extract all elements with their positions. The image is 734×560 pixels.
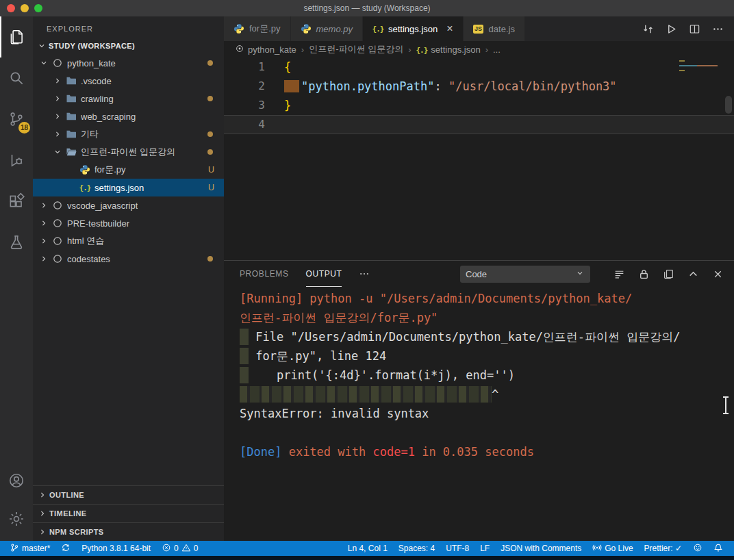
output-line: File "/Users/admin/Documents/python_kate…	[240, 327, 734, 346]
status-right: Ln 4, Col 1Spaces: 4UTF-8LFJSON with Com…	[342, 541, 734, 556]
split-editor-icon[interactable]	[689, 23, 700, 35]
tree-item[interactable]: for문.pyU	[33, 161, 224, 179]
folder-icon	[66, 129, 77, 140]
output-line: for문.py", line 124	[240, 346, 734, 366]
output-artifact-block	[240, 348, 249, 364]
activity-item-account[interactable]	[0, 461, 33, 500]
chevron-right-icon	[38, 218, 49, 229]
status-go-live[interactable]: Go Live	[587, 541, 638, 556]
output-artifact-block	[240, 367, 249, 383]
status-cursor-position[interactable]: Ln 4, Col 1	[342, 541, 393, 556]
tree-item[interactable]: python_kate	[33, 54, 224, 72]
output-channel-select[interactable]: Code	[460, 266, 590, 283]
open-changes-icon[interactable]	[642, 23, 654, 35]
status-feedback[interactable]	[687, 541, 708, 556]
close-window-button[interactable]	[7, 4, 15, 12]
activity-item-testing[interactable]	[0, 222, 33, 263]
activity-item-source-control[interactable]: 18	[0, 99, 33, 140]
output-line: 인프런-파이썬 입문강의/for문.py"	[240, 308, 734, 327]
editor-tab[interactable]: memo.py	[291, 16, 363, 41]
output-line: ^	[240, 385, 734, 404]
status-encoding[interactable]: UTF-8	[440, 541, 474, 556]
status-eol[interactable]: LF	[474, 541, 495, 556]
status-git-branch[interactable]: master*	[4, 541, 55, 556]
tree-item[interactable]: web_scraping	[33, 107, 224, 125]
code-line[interactable]: 2"python.pythonPath": "/usr/local/bin/py…	[224, 77, 734, 96]
activity-item-explorer[interactable]	[0, 16, 33, 58]
root-circle-icon	[52, 200, 63, 211]
status-sync[interactable]	[55, 541, 76, 556]
window-bottom-edge	[0, 556, 734, 560]
status-notifications[interactable]	[708, 541, 729, 556]
status-language-mode[interactable]: JSON with Comments	[495, 541, 587, 556]
sidebar-section-outline[interactable]: OUTLINE	[33, 485, 224, 504]
minimize-window-button[interactable]	[21, 4, 29, 12]
record-circle-icon	[235, 44, 244, 55]
git-status-badge: U	[208, 165, 214, 175]
code-line[interactable]: 3}	[224, 96, 734, 115]
sidebar-section-npm-scripts[interactable]: NPM SCRIPTS	[33, 522, 224, 541]
breadcrumb-item[interactable]: {.}settings.json	[416, 44, 480, 55]
file-tree: python_kate.vscodecrawlingweb_scraping기타…	[33, 54, 224, 268]
breadcrumb-item[interactable]: ...	[493, 44, 501, 55]
output-line: [Done] exited with code=1 in 0.035 secon…	[240, 442, 734, 461]
clear-output-icon[interactable]	[613, 268, 625, 280]
open-in-editor-icon[interactable]	[663, 268, 674, 280]
status-problems[interactable]: 00	[156, 541, 203, 556]
zoom-window-button[interactable]	[34, 4, 42, 12]
status-indentation[interactable]: Spaces: 4	[393, 541, 440, 556]
titlebar[interactable]: settings.json — study (Workspace)	[0, 0, 734, 16]
sidebar-section-timeline[interactable]: TIMELINE	[33, 504, 224, 522]
tree-item[interactable]: {.}settings.jsonU	[33, 179, 224, 196]
tab-highlight-block	[284, 80, 299, 92]
chevron-right-icon	[38, 200, 49, 211]
tree-item-label: 기타	[81, 128, 99, 140]
modified-dot	[207, 149, 213, 155]
tree-item[interactable]: 기타	[33, 125, 224, 143]
run-code-icon[interactable]	[666, 23, 677, 35]
activity-item-extensions[interactable]	[0, 181, 33, 222]
tree-item[interactable]: vscode_javascript	[33, 196, 224, 214]
panel-more-actions-icon[interactable]	[359, 268, 370, 279]
workspace-section-header[interactable]: STUDY (WORKSPACE)	[33, 38, 224, 54]
activity-item-settings-gear[interactable]	[0, 500, 33, 538]
tab-label: memo.py	[316, 24, 353, 34]
panel-tab-problems[interactable]: PROBLEMS	[240, 261, 289, 287]
close-panel-icon[interactable]	[712, 268, 724, 280]
json-icon: {.}	[79, 182, 90, 193]
tree-item[interactable]: crawling	[33, 90, 224, 107]
code-line[interactable]: 4	[224, 115, 734, 134]
editor-tab[interactable]: {.}settings.json×	[363, 16, 464, 41]
status-prettier[interactable]: Prettier: ✓	[639, 541, 687, 556]
breadcrumb-item[interactable]: python_kate	[235, 44, 296, 55]
code-line[interactable]: 1{	[224, 58, 734, 77]
tree-item[interactable]: 인프런-파이썬 입문강의	[33, 143, 224, 161]
warning-icon	[181, 543, 191, 555]
tab-bar: for문.pymemo.py{.}settings.json×JSdate.js	[224, 16, 734, 41]
tab-label: settings.json	[388, 24, 438, 34]
maximize-panel-icon[interactable]	[687, 268, 699, 280]
editor-scrollbar[interactable]	[725, 96, 732, 114]
breadcrumb-item[interactable]: 인프런-파이썬 입문강의	[309, 43, 403, 55]
activity-item-search[interactable]	[0, 58, 33, 99]
panel-tab-output[interactable]: OUTPUT	[306, 261, 342, 287]
breadcrumb-separator: ›	[301, 44, 304, 55]
tree-item[interactable]: html 연습	[33, 232, 224, 250]
tree-item[interactable]: PRE-testbuilder	[33, 214, 224, 232]
vscode-window: settings.json — study (Workspace) 18 EXP…	[0, 0, 734, 560]
scroll-lock-icon[interactable]	[638, 268, 650, 280]
output-content: [Running] python -u "/Users/admin/Docume…	[224, 287, 734, 461]
tree-item[interactable]: codestates	[33, 250, 224, 268]
minimap[interactable]	[679, 60, 724, 75]
activity-item-run-debug[interactable]	[0, 140, 33, 181]
editor-tab[interactable]: for문.py	[224, 16, 291, 41]
code-editor[interactable]: 1{2"python.pythonPath": "/usr/local/bin/…	[224, 58, 734, 260]
tree-item[interactable]: .vscode	[33, 72, 224, 90]
editor-tab[interactable]: JSdate.js	[464, 16, 525, 41]
python-icon	[301, 23, 312, 34]
explorer-sidebar: EXPLORER STUDY (WORKSPACE) python_kate.v…	[33, 16, 224, 541]
chevron-right-icon	[52, 93, 63, 104]
close-tab-icon[interactable]: ×	[446, 23, 453, 34]
more-actions-icon[interactable]	[712, 23, 724, 35]
status-python-interpreter[interactable]: Python 3.8.1 64-bit	[76, 541, 156, 556]
